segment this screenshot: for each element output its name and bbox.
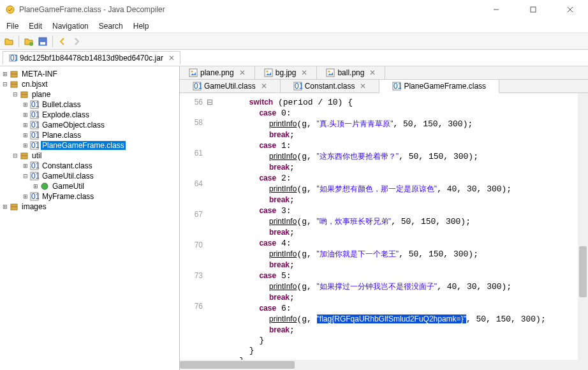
svg-point-0 xyxy=(6,6,14,13)
tab-close[interactable]: ✕ xyxy=(239,68,246,77)
svg-text:010: 010 xyxy=(31,172,39,181)
jar-tab-close[interactable]: ✕ xyxy=(168,54,175,63)
svg-point-42 xyxy=(328,71,330,73)
tree-node[interactable]: ⊞META-INF xyxy=(1,69,178,79)
svg-text:010: 010 xyxy=(31,121,39,130)
class-icon: 010 xyxy=(29,110,40,119)
menu-search[interactable]: Search xyxy=(95,20,127,32)
svg-text:010: 010 xyxy=(31,131,39,140)
class-icon: 010 xyxy=(29,161,40,170)
editor-tab[interactable]: ball.png✕ xyxy=(317,66,385,79)
tree-node-label: GameUtil xyxy=(51,182,85,191)
code-area[interactable]: 5658616467707376 ⊟ switch (period / 10) … xyxy=(180,93,588,370)
editor-tab[interactable]: 010PlaneGameFrame.class xyxy=(379,80,499,93)
tab-close[interactable]: ✕ xyxy=(301,68,307,77)
vertical-scrollbar[interactable] xyxy=(578,93,588,370)
expand-toggle[interactable]: ⊞ xyxy=(22,112,29,118)
editor-tab[interactable]: 010GameUtil.class✕ xyxy=(180,80,281,93)
expand-toggle[interactable]: ⊞ xyxy=(1,71,9,77)
tree-node[interactable]: ⊞images xyxy=(1,202,178,212)
tree-node[interactable]: ⊞010GameObject.class xyxy=(1,120,178,130)
expand-toggle[interactable]: ⊞ xyxy=(22,193,29,200)
svg-point-32 xyxy=(41,183,48,189)
toolbar-separator xyxy=(52,36,53,47)
expand-toggle[interactable]: ⊞ xyxy=(32,183,40,189)
tree-node-label: Plane.class xyxy=(41,131,82,140)
expand-toggle[interactable]: ⊟ xyxy=(11,91,19,98)
class-icon: 010 xyxy=(392,82,401,91)
menu-help[interactable]: Help xyxy=(129,20,153,32)
expand-toggle[interactable]: ⊞ xyxy=(22,122,29,128)
scrollbar-thumb[interactable] xyxy=(180,361,295,369)
tree-pane[interactable]: ⊞META-INF⊟cn.bjsxt⊟plane⊞010Bullet.class… xyxy=(0,66,180,370)
expand-toggle[interactable]: ⊞ xyxy=(22,101,29,108)
tree-node[interactable]: ⊞010MyFrame.class xyxy=(1,191,178,202)
editor-tab[interactable]: 010Constant.class✕ xyxy=(281,80,380,93)
class-icon: 010 xyxy=(29,121,40,130)
menu-edit[interactable]: Edit xyxy=(25,20,46,32)
tree-node-label: PlaneGameFrame.class xyxy=(41,141,126,150)
tree-node[interactable]: ⊟util xyxy=(1,151,178,161)
line-number-gutter: 5658616467707376 xyxy=(180,93,205,370)
expand-toggle[interactable]: ⊟ xyxy=(22,173,29,179)
expand-toggle[interactable]: ⊞ xyxy=(1,204,9,210)
tree-node-label: cn.bjsxt xyxy=(20,80,49,89)
titlebar: PlaneGameFrame.class - Java Decompiler xyxy=(0,0,588,19)
package-icon xyxy=(9,70,19,78)
code-content[interactable]: switch (period / 10) { case 0: printInfo… xyxy=(214,93,588,370)
tree-node[interactable]: ⊟cn.bjsxt xyxy=(1,79,178,89)
expand-toggle[interactable]: ⊞ xyxy=(22,132,29,138)
svg-point-5 xyxy=(29,42,33,46)
class-icon: 010 xyxy=(29,131,40,140)
menu-file[interactable]: File xyxy=(3,20,22,32)
editor-tab-label: bg.jpg xyxy=(276,68,297,77)
tree-node[interactable]: ⊞GameUtil xyxy=(1,181,178,191)
editor-pane: plane.png✕bg.jpg✕ball.png✕ 010GameUtil.c… xyxy=(180,66,588,370)
menu-navigation[interactable]: Navigation xyxy=(48,20,92,32)
tree-node[interactable]: ⊞010Bullet.class xyxy=(1,100,178,110)
class-icon: 010 xyxy=(193,82,202,91)
editor-tab[interactable]: bg.jpg✕ xyxy=(255,66,318,79)
tab-close[interactable]: ✕ xyxy=(360,82,366,91)
back-button[interactable] xyxy=(56,35,69,48)
close-button[interactable] xyxy=(557,3,583,16)
tree-node[interactable]: ⊞010PlaneGameFrame.class xyxy=(1,140,178,151)
editor-tab-label: Constant.class xyxy=(305,82,355,91)
tree-node-label: Explode.class xyxy=(41,110,91,119)
tree-node[interactable]: ⊞010Plane.class xyxy=(1,130,178,140)
package-icon xyxy=(9,80,19,89)
svg-text:010: 010 xyxy=(393,82,401,91)
open-file-button[interactable] xyxy=(3,35,15,48)
editor-tab[interactable]: plane.png✕ xyxy=(180,66,255,79)
class-icon: 010 xyxy=(29,192,40,201)
horizontal-scrollbar[interactable] xyxy=(180,360,578,370)
class-icon: 010 xyxy=(293,82,302,91)
svg-text:010: 010 xyxy=(295,82,302,91)
tree-node-label: Constant.class xyxy=(41,161,94,170)
scrollbar-thumb[interactable] xyxy=(579,246,587,297)
tree-node[interactable]: ⊟010GameUtil.class xyxy=(1,171,178,181)
expand-toggle[interactable]: ⊞ xyxy=(22,142,29,149)
tree-node[interactable]: ⊟plane xyxy=(1,89,178,100)
jar-tab[interactable]: 010 9dc125bf1b84478cb14813d9bed6470c.jar… xyxy=(3,51,180,64)
tree-node-label: images xyxy=(20,202,48,211)
expand-toggle[interactable]: ⊟ xyxy=(11,152,19,159)
expand-toggle[interactable]: ⊞ xyxy=(22,163,29,169)
editor-tab-row-1: plane.png✕bg.jpg✕ball.png✕ xyxy=(180,66,588,80)
save-button[interactable] xyxy=(36,35,49,48)
svg-text:010: 010 xyxy=(31,192,39,201)
tree-node-label: META-INF xyxy=(20,70,59,78)
expand-toggle[interactable]: ⊟ xyxy=(1,81,9,87)
minimize-button[interactable] xyxy=(483,3,509,16)
tab-close[interactable]: ✕ xyxy=(261,82,267,91)
tree-node[interactable]: ⊞010Explode.class xyxy=(1,110,178,120)
tab-close[interactable]: ✕ xyxy=(369,68,376,77)
maximize-button[interactable] xyxy=(520,3,546,16)
tree-node[interactable]: ⊞010Constant.class xyxy=(1,161,178,171)
forward-button[interactable] xyxy=(70,35,83,48)
tree-node-label: MyFrame.class xyxy=(41,192,95,201)
fold-column[interactable]: ⊟ xyxy=(205,93,214,370)
open-type-button[interactable] xyxy=(22,35,35,48)
class-icon: 010 xyxy=(29,172,40,181)
tree-node-label: plane xyxy=(31,90,52,99)
